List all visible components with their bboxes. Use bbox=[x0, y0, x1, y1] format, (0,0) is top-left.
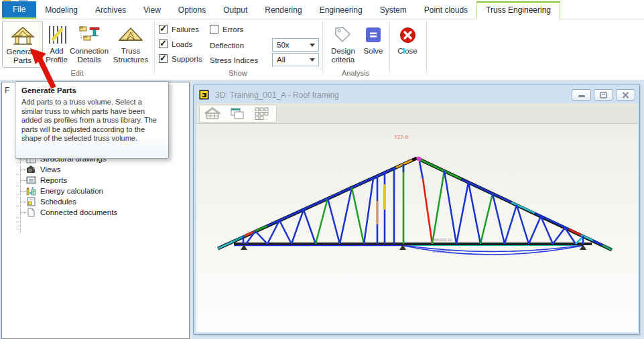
tree-item-label: Reports bbox=[40, 176, 67, 184]
viewer-window-title: 3D: Training_001_A - Roof framing bbox=[215, 90, 569, 100]
loads-label: Loads bbox=[172, 40, 192, 48]
loads-checkbox-box[interactable] bbox=[159, 40, 168, 48]
model-view-button[interactable] bbox=[200, 105, 224, 122]
connection-details-icon bbox=[78, 23, 101, 47]
supports-checkbox-box[interactable] bbox=[159, 54, 168, 63]
schedule-icon bbox=[26, 197, 37, 207]
truss-structures-button[interactable]: Truss Structures bbox=[109, 21, 152, 68]
tab-file[interactable]: File bbox=[2, 1, 36, 19]
tree-item-label: Energy calculation bbox=[40, 187, 103, 195]
stress-indices-label: Stress Indices bbox=[210, 56, 258, 64]
errors-checkbox[interactable]: Errors bbox=[210, 25, 243, 33]
stress-indices-dropdown[interactable]: All bbox=[272, 53, 319, 66]
report-icon bbox=[26, 176, 37, 186]
tab-modeling[interactable]: Modeling bbox=[36, 1, 86, 19]
tab-view[interactable]: View bbox=[135, 1, 170, 19]
member-label-top: MK0103.13 bbox=[434, 238, 452, 242]
viewer-toolbar bbox=[196, 103, 638, 124]
camera-icon bbox=[26, 165, 37, 175]
errors-checkbox-box[interactable] bbox=[210, 25, 218, 33]
tree-item-reports[interactable]: Reports bbox=[2, 175, 189, 186]
panel-header-clipped: F bbox=[5, 86, 9, 95]
tab-truss-engineering[interactable]: Truss Engineering bbox=[476, 1, 560, 19]
grid-icon bbox=[255, 107, 269, 121]
viewport-3d[interactable]: T27-6' MK0103.13 MK0103-13 bbox=[196, 124, 638, 332]
energy-icon: z bbox=[26, 186, 37, 196]
solve-icon bbox=[365, 23, 381, 47]
truss-render: T27-6' MK0103.13 MK0103-13 bbox=[196, 124, 638, 332]
tab-options[interactable]: Options bbox=[170, 1, 214, 19]
connection-details-label: Connection Details bbox=[69, 47, 109, 64]
tree-item-energy-calculation[interactable]: z Energy calculation bbox=[2, 186, 189, 196]
tree-item-connected-documents[interactable]: Connected documents bbox=[2, 207, 189, 218]
design-criteria-button[interactable]: Design criteria bbox=[326, 21, 360, 68]
document-icon bbox=[26, 208, 37, 218]
chevron-down-icon bbox=[310, 44, 315, 47]
group-label-show: Show bbox=[201, 69, 275, 77]
viewer-title-bar[interactable]: 3D: Training_001_A - Roof framing bbox=[196, 86, 637, 103]
generate-parts-icon bbox=[11, 23, 35, 48]
cascade-windows-icon bbox=[229, 107, 245, 120]
deflection-dropdown[interactable]: 50x bbox=[272, 38, 319, 52]
restore-button[interactable] bbox=[594, 89, 613, 100]
tab-rendering[interactable]: Rendering bbox=[256, 1, 310, 19]
design-criteria-label: Design criteria bbox=[326, 47, 360, 64]
tab-archives[interactable]: Archives bbox=[86, 1, 135, 19]
supports-label: Supports bbox=[172, 55, 202, 63]
truss-structures-icon bbox=[118, 23, 143, 47]
apex-node bbox=[417, 157, 421, 161]
add-profile-icon bbox=[48, 23, 66, 47]
viewer-window-icon bbox=[199, 90, 209, 100]
house-icon bbox=[204, 107, 220, 120]
tile-windows-button[interactable] bbox=[249, 105, 274, 122]
tab-engineering[interactable]: Engineering bbox=[311, 1, 371, 19]
generate-parts-tooltip: Generate Parts Add parts to a truss volu… bbox=[15, 81, 169, 159]
failures-label: Failures bbox=[172, 25, 199, 33]
stress-indices-value: All bbox=[277, 56, 285, 64]
solve-button[interactable]: Solve bbox=[361, 21, 386, 68]
solve-label: Solve bbox=[364, 47, 383, 56]
chevron-down-icon bbox=[310, 58, 315, 62]
close-label: Close bbox=[397, 47, 417, 56]
minimize-button[interactable] bbox=[572, 89, 591, 100]
deflection-value: 50x bbox=[277, 41, 289, 49]
tab-output[interactable]: Output bbox=[214, 1, 256, 19]
ribbon-tab-bar: File Modeling Archives View Options Outp… bbox=[0, 1, 644, 19]
failures-checkbox-box[interactable] bbox=[159, 25, 168, 33]
member-label-bottom: MK0103-13 bbox=[432, 249, 450, 253]
tree-item-label: Views bbox=[40, 165, 60, 174]
annotation-arrow-icon bbox=[27, 47, 58, 91]
tree-item-label: Connected documents bbox=[40, 208, 117, 216]
supports-checkbox[interactable]: Supports bbox=[159, 54, 202, 63]
tree-item-schedules[interactable]: Schedules bbox=[2, 196, 189, 207]
group-label-analysis: Analysis bbox=[320, 69, 391, 77]
truss-apex-label: T27-6' bbox=[394, 134, 409, 140]
design-criteria-icon bbox=[334, 23, 352, 47]
tooltip-body: Add parts to a truss volume. Select a si… bbox=[15, 98, 164, 143]
viewer-window: 3D: Training_001_A - Roof framing bbox=[193, 84, 640, 335]
loads-checkbox[interactable]: Loads bbox=[159, 40, 192, 48]
errors-label: Errors bbox=[222, 25, 243, 33]
close-button[interactable]: Close bbox=[393, 21, 422, 68]
close-window-button[interactable] bbox=[616, 89, 635, 100]
tree-item-label: Schedules bbox=[40, 198, 76, 206]
cascade-windows-button[interactable] bbox=[224, 105, 249, 122]
ribbon: Generate Parts Add Profile bbox=[0, 19, 644, 80]
failures-checkbox[interactable]: Failures bbox=[159, 25, 199, 33]
truss-structures-label: Truss Structures bbox=[109, 47, 152, 64]
deflection-label: Deflection bbox=[210, 42, 244, 50]
tree-item-views[interactable]: Views bbox=[2, 164, 189, 175]
tab-point-clouds[interactable]: Point clouds bbox=[415, 1, 476, 19]
connection-details-button[interactable]: Connection Details bbox=[69, 21, 109, 68]
svg-text:z: z bbox=[32, 186, 34, 190]
close-icon bbox=[399, 23, 416, 47]
tab-system[interactable]: System bbox=[371, 1, 415, 19]
